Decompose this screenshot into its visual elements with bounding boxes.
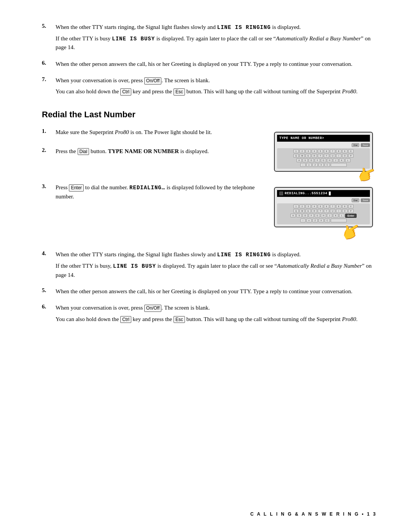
enter-key: Enter	[69, 184, 84, 192]
key: 4	[312, 204, 317, 208]
item-number: 3.	[42, 183, 56, 190]
display-text: LINE IS RINGING	[217, 252, 271, 258]
key: L	[345, 158, 350, 162]
key: F	[315, 158, 320, 162]
list-item: 6. When the other person answers the cal…	[42, 60, 377, 71]
key: W	[299, 209, 305, 213]
key: E	[306, 209, 311, 213]
tty-wrapper: TYPE NAME OR NUMBER> Dial Save 123456789…	[274, 132, 373, 172]
key: K	[333, 214, 338, 217]
tty-device-2: REDIALING...5551234 Dial Save 1234567890…	[274, 187, 373, 227]
redial-list-top: 1. Make sure the Superprint Pro80 is on.…	[42, 128, 265, 158]
item-text: When your conversation is over, press On…	[56, 304, 377, 312]
item-text: Press the Dial button. TYPE NAME OR NUMB…	[56, 147, 265, 156]
item-content: When your conversation is over, press On…	[56, 304, 377, 326]
italic-text: Automatically Redial a Busy Number	[276, 35, 361, 42]
key: G	[315, 214, 320, 217]
item-content: When the other TTY starts ringing, the S…	[56, 250, 377, 282]
top-list: 5. When the other TTY starts ringing, th…	[42, 23, 377, 98]
item-text: When your conversation is over, press On…	[56, 76, 377, 85]
key: P	[348, 209, 354, 213]
list-item: 3. Press Enter to dial the number. REDIA…	[42, 183, 265, 203]
key: 6	[324, 149, 329, 153]
key: H	[321, 214, 326, 217]
key: I	[336, 154, 341, 158]
key: 4	[312, 149, 317, 153]
key: U	[330, 209, 335, 213]
display-text: LINE IS RINGING	[217, 24, 271, 30]
page-footer: C A L L I N G & A N S W E R I N G • 1 3	[250, 511, 377, 517]
key: Z	[312, 163, 318, 167]
screen-text: TYPE NAME OR NUMBER>	[279, 136, 324, 140]
list-item: 7. When your conversation is over, press…	[42, 76, 377, 99]
key: Y	[324, 154, 329, 158]
save-button-2: Save	[361, 198, 370, 202]
space-key	[331, 163, 347, 167]
top-section: 5. When the other TTY starts ringing, th…	[42, 23, 377, 98]
item-number: 7.	[42, 76, 56, 83]
key: 8	[336, 204, 341, 208]
key: 1	[293, 149, 299, 153]
key: 8	[336, 149, 341, 153]
key: A	[290, 214, 296, 217]
key: n	[306, 219, 312, 222]
key: 3	[306, 204, 311, 208]
item-content: Make sure the Superprint Pro80 is on. Th…	[56, 128, 265, 139]
bottom-list: 4. When the other TTY starts ringing, th…	[42, 250, 377, 326]
item-content: Press Enter to dial the number. REDIALIN…	[56, 183, 265, 203]
device-image-1: TYPE NAME OR NUMBER> Dial Save 123456789…	[274, 128, 377, 172]
item-number: 4.	[42, 250, 56, 257]
key: O	[342, 209, 347, 213]
key: 7	[330, 204, 335, 208]
key: E	[306, 154, 311, 158]
keys-row-asdf: ASDFGHJKL	[279, 158, 368, 162]
item-content: When your conversation is over, press On…	[56, 76, 377, 99]
key: Y	[324, 209, 329, 213]
key: S	[296, 214, 302, 217]
list-item: 5. When the other TTY starts ringing, th…	[42, 23, 377, 54]
item-text: When the other person answers the call, …	[56, 60, 377, 69]
item-number: 5.	[42, 23, 56, 29]
key: R	[312, 154, 317, 158]
item-number: 1.	[42, 128, 56, 134]
button-row-2: Dial Save	[277, 198, 370, 202]
key: Q	[293, 154, 299, 158]
key: D	[303, 214, 308, 217]
key: 5	[318, 204, 323, 208]
item-content: Press the Dial button. TYPE NAME OR NUMB…	[56, 147, 265, 158]
key: T	[318, 154, 323, 158]
key: O	[342, 154, 347, 158]
item-number: 5.	[42, 287, 56, 294]
key: ~	[300, 219, 306, 222]
item-text: Press Enter to dial the number. REDIALIN…	[56, 183, 265, 201]
sub-paragraph: If the other TTY is busy, LINE IS BUSY i…	[56, 262, 377, 280]
item-content: When the other person answers the call, …	[56, 60, 377, 71]
keys-row-qb: QWERTYUIOP	[279, 209, 368, 213]
list-item: 6. When your conversation is over, press…	[42, 304, 377, 326]
list-item: 1. Make sure the Superprint Pro80 is on.…	[42, 128, 265, 139]
key: J	[327, 214, 332, 217]
key: J	[333, 158, 338, 162]
tty-screen: TYPE NAME OR NUMBER>	[277, 135, 370, 142]
key: 5	[318, 149, 323, 153]
tty-device: TYPE NAME OR NUMBER> Dial Save 123456789…	[274, 132, 373, 172]
key: 6	[324, 204, 329, 208]
key: 2	[299, 149, 305, 153]
keys-row-qwerty: QWERTYUIOP	[279, 154, 368, 158]
dial-button: Dial	[352, 143, 359, 147]
key: Q	[293, 209, 299, 213]
sub-paragraph: If the other TTY is busy LINE IS BUSY is…	[56, 34, 377, 52]
onoff-key-2: On/Off	[144, 305, 161, 312]
key: 3	[306, 149, 311, 153]
key: 1	[293, 204, 299, 208]
section-heading: Redial the Last Number	[42, 110, 377, 120]
product-name: Pro80	[342, 88, 356, 94]
key: W	[299, 154, 305, 158]
device-image-2: REDIALING...5551234 Dial Save 1234567890…	[274, 183, 377, 227]
key: G	[321, 158, 326, 162]
keys-row-1b: 1234567890	[279, 204, 368, 208]
cursor	[329, 192, 331, 195]
button-row: Dial Save	[277, 143, 370, 147]
tty-keyboard: 1234567890 QWERTYUIOP ASDFGHJKL ~nZXC	[277, 148, 370, 169]
tty-wrapper-2: REDIALING...5551234 Dial Save 1234567890…	[274, 187, 373, 227]
